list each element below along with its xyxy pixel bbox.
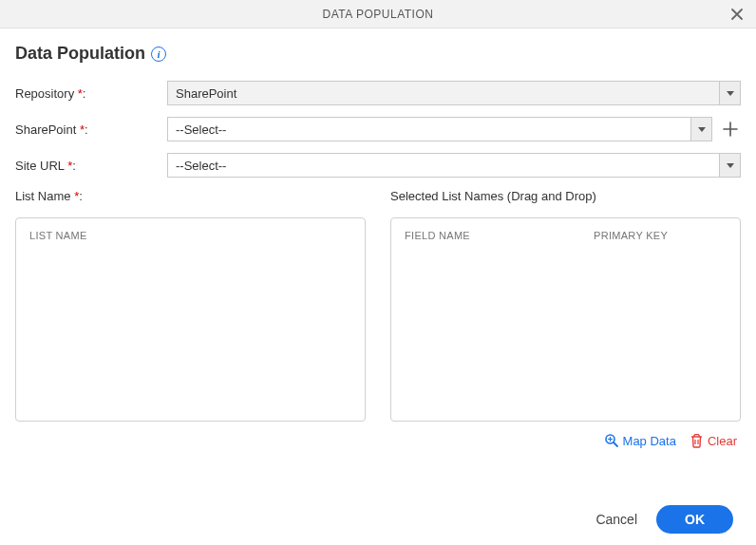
list-name-column: List Name *: LIST NAME: [15, 189, 366, 448]
map-data-button[interactable]: Map Data: [604, 433, 676, 448]
map-data-label: Map Data: [623, 434, 676, 448]
trash-icon: [690, 433, 704, 448]
list-name-header-col: LIST NAME: [29, 230, 351, 241]
repository-value: SharePoint: [168, 82, 719, 104]
modal-footer: Cancel OK: [595, 505, 733, 534]
sharepoint-value: --Select--: [168, 118, 690, 141]
cancel-button[interactable]: Cancel: [595, 512, 637, 527]
plus-icon: [723, 122, 738, 137]
site-url-row: Site URL *: --Select--: [15, 153, 741, 178]
add-sharepoint-button[interactable]: [720, 119, 741, 140]
site-url-select[interactable]: --Select--: [167, 153, 741, 178]
magnifier-icon: [604, 433, 619, 448]
modal-title: DATA POPULATION: [323, 8, 434, 21]
ok-button[interactable]: OK: [656, 505, 733, 534]
modal-content: Data Population i Repository *: SharePoi…: [0, 28, 756, 448]
clear-label: Clear: [708, 434, 737, 448]
list-name-label: List Name *:: [15, 189, 366, 206]
list-name-box[interactable]: LIST NAME: [15, 217, 366, 422]
chevron-down-icon: [727, 163, 734, 168]
site-url-value: --Select--: [168, 154, 719, 177]
chevron-down-icon: [727, 91, 734, 96]
sharepoint-dropdown-button[interactable]: [690, 118, 711, 141]
sharepoint-row: SharePoint *: --Select--: [15, 117, 741, 141]
selected-list-box[interactable]: FIELD NAME PRIMARY KEY: [390, 217, 741, 422]
sharepoint-select[interactable]: --Select--: [167, 117, 712, 141]
selected-list-header: FIELD NAME PRIMARY KEY: [391, 218, 740, 253]
list-actions: Map Data Clear: [390, 422, 741, 448]
site-url-dropdown-button[interactable]: [719, 154, 740, 177]
clear-button[interactable]: Clear: [690, 433, 737, 448]
close-button[interactable]: [726, 3, 748, 26]
page-title-row: Data Population i: [15, 44, 741, 64]
repository-row: Repository *: SharePoint: [15, 81, 741, 105]
selected-list-column: Selected List Names (Drag and Drop) FIEL…: [390, 189, 741, 448]
page-title: Data Population: [15, 44, 145, 64]
repository-label: Repository *:: [15, 86, 167, 101]
field-name-header: FIELD NAME: [405, 230, 594, 241]
primary-key-header: PRIMARY KEY: [594, 230, 727, 241]
site-url-label: Site URL *:: [15, 159, 167, 173]
repository-dropdown-button[interactable]: [719, 82, 740, 104]
lists-row: List Name *: LIST NAME Selected List Nam…: [15, 189, 741, 448]
modal-header: DATA POPULATION: [0, 0, 756, 28]
chevron-down-icon: [698, 127, 706, 132]
selected-list-label: Selected List Names (Drag and Drop): [390, 189, 741, 206]
close-icon: [730, 8, 744, 21]
list-name-header: LIST NAME: [16, 218, 365, 253]
sharepoint-label: SharePoint *:: [15, 122, 167, 137]
info-icon[interactable]: i: [151, 47, 166, 62]
repository-select[interactable]: SharePoint: [167, 81, 741, 105]
